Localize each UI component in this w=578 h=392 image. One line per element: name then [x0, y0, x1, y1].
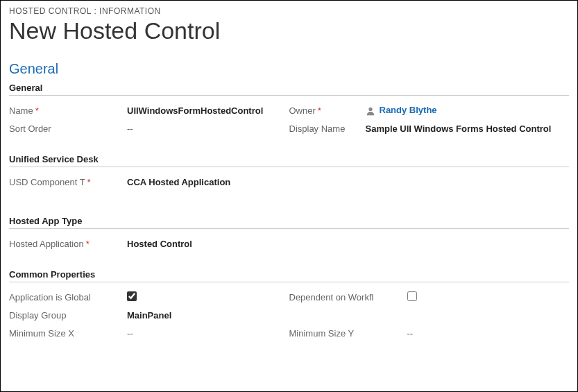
required-indicator: * [35, 105, 39, 116]
field-display-group[interactable]: MainPanel [127, 310, 569, 321]
label-display-name: Display Name [289, 123, 366, 134]
label-display-group: Display Group [9, 310, 127, 321]
field-min-size-x[interactable]: -- [127, 328, 289, 339]
label-min-size-y: Minimum Size Y [289, 328, 407, 339]
label-owner: Owner* [289, 105, 366, 116]
label-dependent-on-workflow: Dependent on Workfl [289, 292, 407, 302]
page-title: New Hosted Control [9, 17, 569, 44]
subsection-common-properties: Common Properties [9, 269, 569, 282]
person-icon [366, 106, 375, 116]
field-display-name[interactable]: Sample UII Windows Forms Hosted Control [366, 123, 570, 134]
field-min-size-y[interactable]: -- [407, 328, 570, 339]
field-hosted-application[interactable]: Hosted Control [127, 239, 569, 249]
required-indicator: * [86, 239, 90, 249]
label-app-is-global: Application is Global [9, 292, 127, 302]
subsection-general: General [9, 83, 569, 96]
label-min-size-x: Minimum Size X [9, 328, 127, 339]
field-name[interactable]: UIIWindowsFormHostedControl [127, 105, 289, 116]
label-hosted-application: Hosted Application* [9, 239, 127, 249]
field-sort-order[interactable]: -- [127, 123, 289, 134]
subsection-hosted-app-type: Hosted App Type [9, 216, 569, 229]
checkbox-app-is-global[interactable] [127, 291, 137, 301]
field-usd-component-type[interactable]: CCA Hosted Application [127, 177, 569, 187]
breadcrumb: HOSTED CONTROL : INFORMATION [9, 6, 569, 16]
label-usd-component-type: USD Component T* [9, 177, 127, 187]
svg-point-0 [368, 108, 372, 111]
checkbox-dependent-on-workflow[interactable] [407, 291, 417, 301]
required-indicator: * [318, 105, 321, 116]
field-owner[interactable]: Randy Blythe [366, 105, 570, 116]
label-sort-order: Sort Order [9, 123, 127, 134]
required-indicator: * [87, 177, 91, 187]
section-tab-general[interactable]: General [9, 61, 569, 77]
label-name: Name* [9, 105, 127, 116]
subsection-usd: Unified Service Desk [9, 154, 569, 167]
